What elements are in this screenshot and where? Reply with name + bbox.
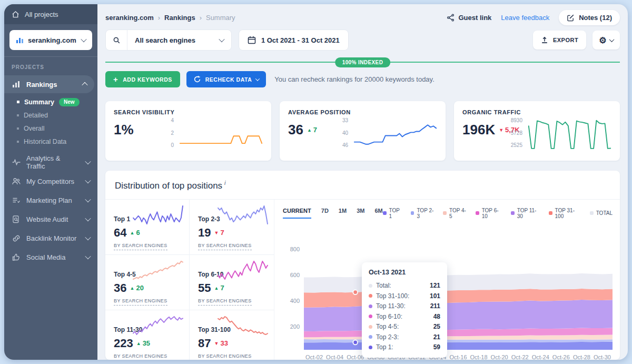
guest-link-button[interactable]: Guest link [447,14,491,22]
sidebar-subitem-label: Summary [24,99,54,106]
mini-stat-value: 64 [114,226,126,240]
series-dot-icon [369,335,372,339]
legend-top-31-100[interactable]: TOP 31-100 [549,208,583,219]
tab-current[interactable]: CURRENT [283,208,311,219]
legend-top-1[interactable]: TOP 1 [383,208,404,219]
mini-stat-top-2-3: Top 2-319▼7BY SEARCH ENGINES [190,200,274,255]
tooltip-row-value: 101 [430,292,440,300]
plus-icon: + [113,75,118,83]
breadcrumb-project[interactable]: seranking.com [105,14,154,22]
tooltip-row-label: Top 1: [376,343,430,351]
sidebar-item-my-competitors[interactable]: My Competitors [4,172,97,190]
mini-stat-value: 19 [198,226,211,240]
card-delta: ▲7 [307,126,317,134]
chevron-down-icon [81,36,86,42]
chevron-down-icon [609,37,615,42]
sidebar-nav: RankingsSummaryNewDetailedOverallHistori… [4,75,97,266]
sidebar-item-backlink-monitor[interactable]: Backlink Monitor [4,229,97,247]
by-search-engines-link[interactable]: BY SEARCH ENGINES [198,298,252,306]
recheck-note: You can recheck rankings for 20000 keywo… [274,75,434,83]
chart-plot[interactable] [304,239,613,350]
recheck-data-label: RECHECK DATA [205,76,252,83]
tab-6m[interactable]: 6M [374,208,382,219]
card-value: 1% [114,122,134,138]
sidebar-item-social-media[interactable]: Social Media [4,248,97,266]
legend-top-2-3[interactable]: TOP 2-3 [411,208,437,219]
pulse-icon [12,159,21,165]
bullet-icon [17,101,19,103]
mini-sparkline [216,204,270,226]
legend-top-4-5[interactable]: TOP 4-5 [443,208,469,219]
y-ticks: 420 [159,115,178,154]
sidebar-item-label: Backlink Monitor [26,234,80,242]
mini-stat-delta: ▼7 [214,229,224,237]
search-icon [113,36,121,44]
arrow-down-icon: ▼ [499,127,503,133]
sidebar-subitem-overall[interactable]: Overall [4,122,97,135]
legend-total[interactable]: TOTAL [590,210,613,216]
search-segment[interactable] [106,30,127,50]
tasks-icon [12,196,21,204]
tooltip-row: Total:121 [369,281,440,291]
hover-dot [353,340,358,345]
tab-1m[interactable]: 1M [339,208,347,219]
all-projects-link[interactable]: All projects [4,4,97,24]
average-position-sparkline [352,115,438,154]
mini-stat-delta: ▲6 [130,229,140,237]
sidebar-subitem-historical-data[interactable]: Historical Data [4,135,97,148]
tooltip-row-label: Top 6-10: [376,313,430,320]
project-selector[interactable]: seranking.com [9,30,92,50]
series-dot-icon [369,325,372,329]
organic-traffic-card: ORGANIC TRAFFIC 196K ▼5,7K 893057282525 [454,101,620,161]
export-button[interactable]: EXPORT [533,31,586,50]
by-search-engines-link[interactable]: BY SEARCH ENGINES [114,243,167,250]
sidebar-subitem-summary[interactable]: SummaryNew [4,95,97,109]
all-projects-label: All projects [25,11,58,18]
add-keywords-button[interactable]: + ADD KEYWORDS [105,71,180,87]
arrow-up-icon: ▲ [130,286,134,291]
legend-label: TOP 4-5 [449,208,469,219]
date-range-picker[interactable]: 1 Oct 2021 - 31 Oct 2021 [239,29,349,51]
by-search-engines-link[interactable]: BY SEARCH ENGINES [114,298,167,306]
x-axis-label: Oct-20 [491,354,508,360]
by-search-engines-link[interactable]: BY SEARCH ENGINES [198,353,252,360]
leave-feedback-link[interactable]: Leave feedback [501,14,549,22]
legend-label: TOP 11-30 [517,208,542,219]
chevron-down-icon [85,196,91,202]
search-engine-select[interactable]: All search engines [105,29,232,51]
by-search-engines-link[interactable]: BY SEARCH ENGINES [114,353,167,360]
export-icon [541,36,548,44]
x-axis-label: Oct-02 [305,354,323,360]
sidebar-item-analytics-traffic[interactable]: Analytics & Traffic [4,153,97,171]
distribution-title: Distribution of top positionsi [105,171,620,200]
recheck-data-button[interactable]: RECHECK DATA [186,71,266,87]
sidebar-item-label: Rankings [26,81,77,88]
mini-stat-top-6-10: Top 6-1055▲7BY SEARCH ENGINES [190,255,274,310]
breadcrumb-rankings[interactable]: Rankings [164,14,195,22]
breadcrumb-summary: Summary [206,14,235,22]
chevron-down-icon [85,215,91,221]
tab-3m[interactable]: 3M [357,208,364,219]
refresh-icon [193,75,201,83]
legend-top-6-10[interactable]: TOP 6-10 [476,208,504,219]
mini-stat-top-31-100: Top 31-10087▼33BY SEARCH ENGINES [190,310,274,360]
by-search-engines-link[interactable]: BY SEARCH ENGINES [198,243,252,250]
tab-7d[interactable]: 7D [321,208,329,219]
legend-top-11-30[interactable]: TOP 11-30 [511,208,542,219]
settings-button[interactable]: ⚙ [592,31,620,50]
card-value: 36 [288,122,303,138]
y-axis-label: 400 [283,298,300,304]
notes-button[interactable]: Notes (12) [559,10,620,25]
add-keywords-label: ADD KEYWORDS [123,76,172,83]
arrow-up-icon: ▲ [214,286,219,291]
tooltip-row-label: Total: [376,282,426,289]
info-icon[interactable]: i [224,180,225,186]
y-axis-label: 600 [283,272,300,278]
sidebar-item-website-audit[interactable]: Website Audit [4,210,97,228]
sidebar-subitem-detailed[interactable]: Detailed [4,109,97,122]
sidebar-item-rankings[interactable]: Rankings [4,75,94,93]
sidebar-item-marketing-plan[interactable]: Marketing Plan [4,191,97,209]
mini-sparkline [216,259,270,281]
sidebar-item-label: Website Audit [26,215,80,223]
sidebar-item-label: Marketing Plan [26,196,80,204]
